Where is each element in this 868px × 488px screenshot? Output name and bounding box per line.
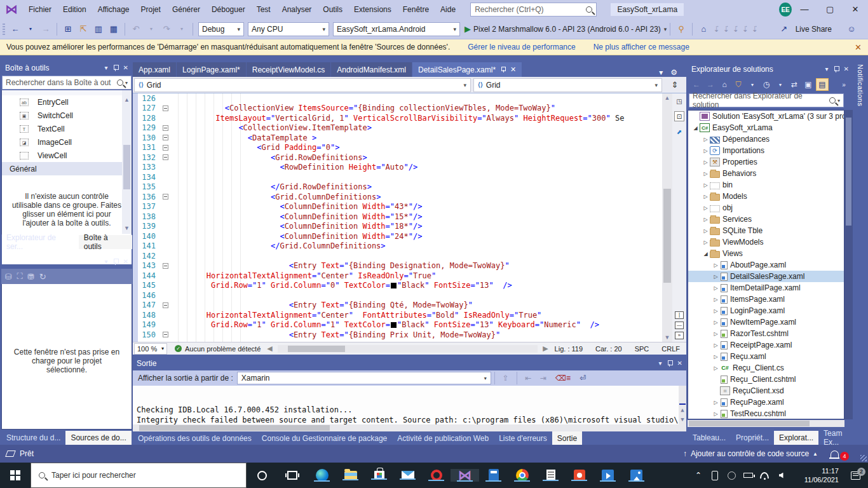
expander-icon[interactable]: ▷ bbox=[712, 365, 719, 371]
feedback-icon[interactable]: ☺ bbox=[844, 22, 858, 36]
scrollbar-thumb[interactable] bbox=[846, 118, 851, 226]
source-control-caret-icon[interactable]: ▲ bbox=[813, 451, 818, 457]
code-editor[interactable]: 126 127 <CollectionView ItemsSource="{Bi… bbox=[133, 93, 686, 342]
menu-affichage[interactable]: Affichage bbox=[92, 0, 135, 19]
code-line[interactable]: 138 <ColumnDefinition Width="15*"/> bbox=[133, 212, 661, 222]
horizontal-split-button[interactable]: — bbox=[675, 322, 684, 329]
tree-item-testrecu-cshtml[interactable]: ▷ TestRecu.cshtml bbox=[688, 408, 844, 419]
solution-tab[interactable]: Propriét... bbox=[731, 431, 774, 445]
pin-icon[interactable] bbox=[667, 360, 672, 367]
code-line[interactable]: 133 <RowDefinition Height="Auto"/> bbox=[133, 163, 661, 173]
data-sources-header[interactable]: Sources de données ▾ ✕ bbox=[1, 254, 132, 269]
tree-item-models[interactable]: ▷ Models bbox=[688, 191, 844, 202]
code-line[interactable]: 137 <ColumnDefinition Width="43*"/> bbox=[133, 202, 661, 212]
toolbox-item-entrycell[interactable]: ab EntryCell bbox=[2, 95, 132, 109]
expander-icon[interactable]: ▷ bbox=[712, 285, 719, 291]
close-button[interactable]: ✕ bbox=[843, 0, 868, 19]
element-navigator-right-dropdown[interactable]: ⟨⟩ Grid ▾ bbox=[473, 78, 662, 92]
task-view-button[interactable] bbox=[277, 463, 308, 488]
menu-extensions[interactable]: Extensions bbox=[348, 0, 397, 19]
pending-changes-filter-icon[interactable]: ◷ bbox=[760, 78, 773, 91]
expander-icon[interactable]: ▷ bbox=[712, 331, 719, 337]
solution-tab[interactable]: Explorat... bbox=[774, 431, 818, 445]
menu-fenêtre[interactable]: Fenêtre bbox=[397, 0, 435, 19]
tree-item-razortest-cshtml[interactable]: ▷ RazorTest.cshtml bbox=[688, 328, 844, 339]
pin-icon[interactable] bbox=[113, 259, 118, 265]
fold-margin[interactable] bbox=[161, 263, 170, 269]
tree-item-behaviors[interactable]: ▷ Behaviors bbox=[688, 168, 844, 179]
tree-item-bin[interactable]: ▷ bin bbox=[688, 179, 844, 191]
toolbox-search-input[interactable]: Rechercher dans la Boîte à out ▾ bbox=[2, 76, 132, 90]
undo-dropdown-icon[interactable]: ▾ bbox=[144, 22, 158, 36]
tree-item-itemspage-xaml[interactable]: ▷ ItemsPage.xaml bbox=[688, 294, 844, 305]
scroll-up-icon[interactable]: ▲ bbox=[662, 95, 672, 101]
add-data-source-icon[interactable]: ⛁ bbox=[5, 272, 13, 281]
taskbar-search-input[interactable]: Taper ici pour rechercher bbox=[31, 463, 247, 488]
menu-test[interactable]: Test bbox=[251, 0, 276, 19]
output-vertical-scrollbar[interactable]: ▲ ▼ bbox=[679, 386, 686, 424]
taskbar-app-movies-tv[interactable] bbox=[593, 470, 622, 482]
tree-item-re-u_client-cs[interactable]: ▷ C# Reçu_Client.cs bbox=[688, 362, 844, 374]
window-position-icon[interactable]: ▾ bbox=[105, 64, 108, 71]
live-share-label[interactable]: Live Share bbox=[796, 25, 832, 34]
scrollbar-thumb[interactable] bbox=[689, 421, 810, 426]
expander-icon[interactable]: ▷ bbox=[702, 217, 709, 222]
bottom-panel-tab[interactable]: Activité de publication Web bbox=[392, 431, 494, 445]
document-tab-androidmanifest-xml[interactable]: AndroidManifest.xml bbox=[331, 62, 412, 77]
solution-tab[interactable]: Tableau... bbox=[688, 431, 731, 445]
tree-item-receiptpage-xaml[interactable]: ▷ ReceiptPage.xaml bbox=[688, 339, 844, 351]
open-file-icon[interactable]: ⇱ bbox=[76, 22, 90, 36]
expander-icon[interactable]: ▷ bbox=[712, 400, 719, 405]
fold-margin[interactable] bbox=[161, 105, 170, 111]
code-line[interactable]: 132 <Grid.RowDefinitions> bbox=[133, 152, 661, 163]
bottom-panel-tab[interactable]: Sortie bbox=[552, 431, 582, 445]
cortana-button[interactable] bbox=[247, 463, 277, 488]
data-sources-tab[interactable]: Sources de do... bbox=[65, 431, 131, 445]
scroll-up-icon[interactable]: ▲ bbox=[122, 97, 132, 103]
live-share-icon[interactable]: ↗ bbox=[777, 22, 791, 36]
save-icon[interactable]: ▥ bbox=[92, 22, 105, 36]
taskbar-app-opera[interactable] bbox=[422, 470, 451, 481]
edit-data-source-icon[interactable]: ⛃ bbox=[27, 272, 36, 281]
fold-margin[interactable] bbox=[161, 145, 170, 151]
xaml-hot-reload-icon[interactable]: ⌂ bbox=[696, 22, 710, 36]
close-icon[interactable]: ✕ bbox=[677, 360, 682, 367]
attach-to-process-icon[interactable]: ⚲ bbox=[674, 22, 688, 36]
expander-icon[interactable]: ▷ bbox=[712, 342, 719, 348]
bottom-panel-tab[interactable]: Liste d'erreurs bbox=[494, 431, 552, 445]
close-icon[interactable]: ✕ bbox=[123, 258, 128, 265]
redo-dropdown-icon[interactable]: ▾ bbox=[175, 22, 189, 36]
bottom-panel-tab[interactable]: Opérations des outils de données bbox=[133, 431, 257, 445]
collapse-region-icon[interactable] bbox=[163, 105, 168, 111]
step-5-icon[interactable]: ⇣̇ bbox=[752, 25, 757, 34]
solution-search-input[interactable]: Rechercher dans Explorateur de solution … bbox=[689, 93, 844, 107]
tree-item-solution-easysoft_xrlama-3-sur-3-pro[interactable]: Solution 'EasySoft_xrLama' (3 sur 3 pro bbox=[688, 111, 844, 122]
undo-icon[interactable]: ↶ bbox=[129, 22, 143, 36]
start-button[interactable] bbox=[0, 463, 31, 488]
collapse-region-icon[interactable] bbox=[163, 194, 168, 200]
your-phone-icon[interactable] bbox=[707, 463, 723, 488]
dismiss-message-link[interactable]: Ne plus afficher ce message bbox=[593, 43, 689, 51]
tree-item-services[interactable]: ▷ Services bbox=[688, 214, 844, 225]
expander-icon[interactable]: ▷ bbox=[702, 171, 709, 177]
taskbar-app-visual-studio[interactable]: ⋈ bbox=[451, 469, 479, 482]
step-1-icon[interactable]: ⇣̇ bbox=[713, 25, 719, 34]
toolbox-item-textcell[interactable]: T TextCell bbox=[2, 122, 132, 135]
taskbar-app-mail[interactable] bbox=[393, 471, 422, 480]
switch-views-dropdown-icon[interactable]: ▾ bbox=[746, 78, 759, 91]
scrollbar-thumb[interactable] bbox=[663, 189, 671, 283]
code-line[interactable]: 129 <CollectionView.ItemTemplate> bbox=[133, 123, 661, 133]
toolbox-item-switchcell[interactable]: ▣ SwitchCell bbox=[2, 109, 132, 122]
collapse-region-icon[interactable] bbox=[163, 302, 168, 308]
scroll-right-icon[interactable]: ▶ bbox=[543, 344, 548, 353]
tree-item-detailsalespage-xaml[interactable]: ▷ DetailSalesPage.xaml bbox=[688, 271, 844, 282]
toolbox-group-general[interactable]: Général bbox=[2, 162, 132, 175]
taskbar-clock[interactable]: 11:17 11/06/2021 bbox=[789, 466, 843, 484]
fold-margin[interactable] bbox=[161, 125, 170, 131]
expander-icon[interactable]: ▷ bbox=[712, 297, 719, 302]
menu-analyser[interactable]: Analyser bbox=[276, 0, 318, 19]
maximize-button[interactable]: ▢ bbox=[817, 0, 843, 19]
tree-item-easysoft_xrlama[interactable]: ◢ C# EasySoft_xrLama bbox=[688, 122, 844, 133]
tree-item-itemdetailpage-xaml[interactable]: ▷ ItemDetailPage.xaml bbox=[688, 282, 844, 294]
output-horizontal-scrollbar[interactable] bbox=[133, 424, 686, 431]
